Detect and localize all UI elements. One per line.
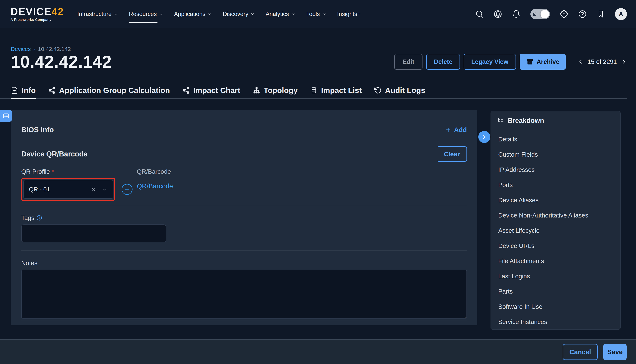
sidebar-item-file-attachments[interactable]: File Attachments [491, 253, 620, 268]
sidebar-item-last-logins[interactable]: Last Logins [491, 268, 620, 284]
sidebar-item-device-urls[interactable]: Device URLs [491, 238, 620, 253]
tab-impact-list[interactable]: Impact List [310, 83, 362, 98]
tab-impact-chart[interactable]: Impact Chart [182, 83, 240, 98]
help-icon[interactable] [578, 10, 587, 18]
nav-item-resources[interactable]: Resources [129, 0, 163, 28]
cancel-button[interactable]: Cancel [563, 344, 598, 360]
sidebar-item-ports[interactable]: Ports [491, 177, 620, 192]
add-qr-profile-button[interactable] [122, 184, 133, 195]
sidebar-item-asset-lifecycle[interactable]: Asset Lifecycle [491, 223, 620, 238]
nav-item-applications[interactable]: Applications [174, 0, 212, 28]
chevron-down-icon [159, 12, 163, 16]
tab-topology[interactable]: Topology [253, 83, 298, 98]
save-button[interactable]: Save [603, 344, 626, 360]
nav-item-infrastructure[interactable]: Infrastructure [77, 0, 118, 28]
qr-fields-row: QR Profile * QR - 01 [21, 168, 467, 201]
list-rows-icon [310, 86, 318, 94]
clear-button[interactable]: Clear [437, 146, 467, 162]
legacy-view-button[interactable]: Legacy View [464, 54, 516, 70]
brand-tagline: A Freshworks Company [11, 18, 64, 22]
nav-item-discovery[interactable]: Discovery [223, 0, 255, 28]
breadcrumb-current: 10.42.42.142 [38, 46, 71, 52]
title-actions-row: 10.42.42.142 Edit Delete Legacy View Arc… [11, 53, 626, 71]
tab-audit-logs[interactable]: Audit Logs [374, 83, 425, 98]
archive-button[interactable]: Archive [520, 54, 566, 70]
sidebar-item-parts[interactable]: Parts [491, 284, 620, 299]
sidebar-collapse-button[interactable] [478, 131, 490, 143]
sidebar-item-service-instances[interactable]: Service Instances [491, 314, 620, 330]
prev-device-icon[interactable] [578, 59, 583, 64]
archive-box-icon [526, 58, 533, 66]
chevron-down-icon [251, 12, 255, 16]
add-bios-button[interactable]: Add [445, 126, 467, 134]
tab-application-group-calculation[interactable]: Application Group Calculation [48, 83, 170, 98]
pagination-label: 15 of 2291 [587, 58, 617, 65]
history-icon [374, 86, 382, 94]
breadcrumb-separator: › [34, 46, 35, 52]
qr-profile-select[interactable]: QR - 01 [23, 180, 113, 199]
qr-profile-value: QR - 01 [29, 186, 50, 193]
info-form-panel: BIOS Info Add Device QR/Barcode Clear QR… [11, 110, 477, 325]
qr-barcode-field: QR/Barcode QR/Barcode [137, 168, 173, 201]
share-network-icon [48, 86, 56, 94]
notifications-bell-icon[interactable] [512, 10, 521, 18]
tags-label: Tags [21, 214, 467, 222]
clear-x-icon[interactable] [91, 186, 96, 192]
delete-button[interactable]: Delete [426, 54, 460, 70]
settings-gear-icon[interactable] [560, 10, 568, 18]
breakdown-header: Breakdown [491, 112, 620, 130]
qr-barcode-link[interactable]: QR/Barcode [137, 182, 173, 190]
breadcrumb: Devices › 10.42.42.142 [11, 46, 626, 52]
edit-button[interactable]: Edit [394, 54, 422, 70]
navbar-icon-group: A [475, 8, 627, 20]
sidebar-item-ip-addresses[interactable]: IP Addresses [491, 162, 620, 177]
moon-icon [532, 11, 538, 17]
chevron-down-icon[interactable] [102, 186, 108, 192]
brand-name: DEVICE42 [11, 6, 64, 16]
device-qr-heading: Device QR/Barcode [21, 150, 88, 158]
page-title: 10.42.42.142 [11, 53, 112, 71]
sidebar-item-software-in-use[interactable]: Software In Use [491, 299, 620, 314]
highlight-annotation-box: QR - 01 [21, 178, 115, 201]
nav-item-insights[interactable]: Insights+ [337, 0, 361, 28]
next-device-icon[interactable] [621, 59, 626, 64]
qr-profile-field: QR Profile * QR - 01 [21, 168, 137, 201]
device-actions: Edit Delete Legacy View Archive 15 of 22… [394, 54, 626, 70]
toggle-knob [540, 10, 549, 18]
breakdown-sidebar: Breakdown Details Custom Fields IP Addre… [490, 111, 620, 330]
chevron-right-icon [481, 134, 487, 140]
chevron-down-icon [291, 12, 295, 16]
plus-icon [445, 126, 451, 133]
device-pagination: 15 of 2291 [578, 58, 626, 65]
content-area: BIOS Info Add Device QR/Barcode Clear QR… [0, 99, 636, 340]
bookmark-icon[interactable] [596, 10, 605, 18]
divider [21, 205, 467, 205]
chevron-down-icon [114, 12, 118, 16]
sidebar-item-details[interactable]: Details [491, 132, 620, 147]
document-icon [11, 86, 18, 94]
device-tabs: Info Application Group Calculation Impac… [0, 83, 626, 99]
info-icon[interactable] [36, 215, 42, 221]
theme-toggle[interactable] [530, 9, 550, 19]
user-avatar[interactable]: A [615, 8, 627, 20]
nav-item-analytics[interactable]: Analytics [266, 0, 295, 28]
sidebar-item-device-non-authoritative-aliases[interactable]: Device Non-Authoritative Aliases [491, 208, 620, 223]
notes-textarea[interactable] [21, 270, 467, 318]
main-nav: Infrastructure Resources Applications Di… [77, 0, 360, 28]
globe-icon[interactable] [493, 10, 502, 18]
sidebar-item-device-aliases[interactable]: Device Aliases [491, 192, 620, 208]
qr-profile-select-row: QR - 01 [21, 178, 137, 201]
tab-info[interactable]: Info [11, 83, 36, 98]
breadcrumb-devices-link[interactable]: Devices [11, 46, 31, 52]
nav-item-tools[interactable]: Tools [306, 0, 326, 28]
share-network-icon [182, 86, 190, 94]
sidebar-item-custom-fields[interactable]: Custom Fields [491, 147, 620, 162]
notes-label: Notes [21, 259, 467, 267]
tags-input[interactable] [21, 224, 166, 242]
list-tree-icon [497, 117, 504, 124]
qr-section-row: Device QR/Barcode Clear [21, 146, 467, 162]
search-icon[interactable] [475, 10, 484, 18]
side-drawer-handle[interactable] [0, 110, 12, 122]
brand-logo[interactable]: DEVICE42 A Freshworks Company [11, 6, 64, 22]
form-list-icon [3, 112, 10, 120]
